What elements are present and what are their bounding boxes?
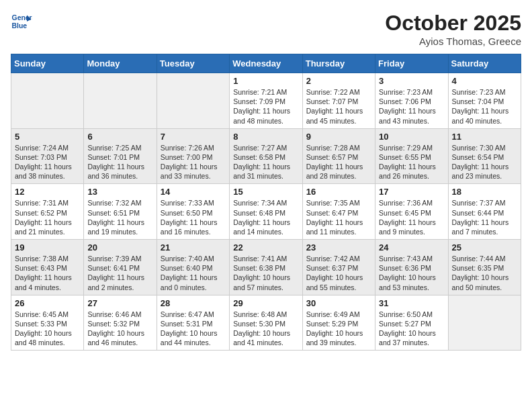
day-cell <box>11 73 84 129</box>
day-info: Sunrise: 7:40 AM Sunset: 6:40 PM Dayligh… <box>161 254 226 292</box>
day-info: Sunrise: 6:50 AM Sunset: 5:27 PM Dayligh… <box>379 310 444 348</box>
day-info: Sunrise: 7:33 AM Sunset: 6:50 PM Dayligh… <box>161 198 226 236</box>
day-number: 16 <box>306 187 371 197</box>
day-cell: 17Sunrise: 7:36 AM Sunset: 6:45 PM Dayli… <box>375 184 448 240</box>
day-info: Sunrise: 6:49 AM Sunset: 5:29 PM Dayligh… <box>306 310 371 348</box>
day-cell: 15Sunrise: 7:34 AM Sunset: 6:48 PM Dayli… <box>230 184 302 240</box>
day-number: 15 <box>233 187 298 197</box>
day-cell: 21Sunrise: 7:40 AM Sunset: 6:40 PM Dayli… <box>157 240 229 295</box>
day-number: 28 <box>161 298 226 308</box>
day-info: Sunrise: 7:28 AM Sunset: 6:57 PM Dayligh… <box>306 143 371 181</box>
day-cell: 13Sunrise: 7:32 AM Sunset: 6:51 PM Dayli… <box>84 184 157 240</box>
day-info: Sunrise: 7:29 AM Sunset: 6:55 PM Dayligh… <box>379 143 444 181</box>
day-info: Sunrise: 7:44 AM Sunset: 6:35 PM Dayligh… <box>452 254 517 292</box>
day-cell: 30Sunrise: 6:49 AM Sunset: 5:29 PM Dayli… <box>302 295 375 351</box>
day-number: 29 <box>233 298 298 308</box>
calendar-table: SundayMondayTuesdayWednesdayThursdayFrid… <box>11 54 521 351</box>
day-cell: 24Sunrise: 7:43 AM Sunset: 6:36 PM Dayli… <box>375 240 448 295</box>
day-info: Sunrise: 7:22 AM Sunset: 7:07 PM Dayligh… <box>306 87 371 126</box>
day-number: 5 <box>15 132 80 142</box>
day-cell <box>84 73 157 129</box>
day-number: 14 <box>161 187 226 197</box>
week-row-4: 19Sunrise: 7:38 AM Sunset: 6:43 PM Dayli… <box>11 240 521 295</box>
day-number: 7 <box>161 132 226 142</box>
day-number: 26 <box>15 298 80 308</box>
day-info: Sunrise: 7:43 AM Sunset: 6:36 PM Dayligh… <box>379 254 444 292</box>
week-row-1: 1Sunrise: 7:21 AM Sunset: 7:09 PM Daylig… <box>11 73 521 129</box>
day-cell <box>157 73 229 129</box>
day-number: 22 <box>233 242 298 253</box>
day-cell: 23Sunrise: 7:42 AM Sunset: 6:37 PM Dayli… <box>302 240 375 295</box>
month-title: October 2025 <box>385 11 521 36</box>
day-info: Sunrise: 7:32 AM Sunset: 6:51 PM Dayligh… <box>87 198 152 236</box>
day-cell: 4Sunrise: 7:23 AM Sunset: 7:04 PM Daylig… <box>448 73 521 129</box>
day-number: 1 <box>233 76 298 86</box>
day-cell: 7Sunrise: 7:26 AM Sunset: 7:00 PM Daylig… <box>157 128 229 184</box>
day-number: 17 <box>379 187 444 197</box>
day-info: Sunrise: 7:41 AM Sunset: 6:38 PM Dayligh… <box>233 254 298 292</box>
day-cell: 6Sunrise: 7:25 AM Sunset: 7:01 PM Daylig… <box>84 128 157 184</box>
day-info: Sunrise: 7:27 AM Sunset: 6:58 PM Dayligh… <box>233 143 298 181</box>
day-cell: 14Sunrise: 7:33 AM Sunset: 6:50 PM Dayli… <box>157 184 229 240</box>
week-row-3: 12Sunrise: 7:31 AM Sunset: 6:52 PM Dayli… <box>11 184 521 240</box>
day-info: Sunrise: 6:48 AM Sunset: 5:30 PM Dayligh… <box>233 310 298 348</box>
day-number: 30 <box>306 298 371 308</box>
day-number: 25 <box>452 242 517 253</box>
day-cell: 25Sunrise: 7:44 AM Sunset: 6:35 PM Dayli… <box>448 240 521 295</box>
day-cell: 28Sunrise: 6:47 AM Sunset: 5:31 PM Dayli… <box>157 295 229 351</box>
day-info: Sunrise: 6:45 AM Sunset: 5:33 PM Dayligh… <box>15 310 80 348</box>
day-cell: 16Sunrise: 7:35 AM Sunset: 6:47 PM Dayli… <box>302 184 375 240</box>
day-info: Sunrise: 6:47 AM Sunset: 5:31 PM Dayligh… <box>161 310 226 348</box>
day-number: 4 <box>452 76 517 86</box>
day-info: Sunrise: 7:23 AM Sunset: 7:04 PM Dayligh… <box>452 87 517 126</box>
day-cell: 27Sunrise: 6:46 AM Sunset: 5:32 PM Dayli… <box>84 295 157 351</box>
day-cell <box>448 295 521 351</box>
day-info: Sunrise: 7:38 AM Sunset: 6:43 PM Dayligh… <box>15 254 80 292</box>
day-cell: 18Sunrise: 7:37 AM Sunset: 6:44 PM Dayli… <box>448 184 521 240</box>
week-row-2: 5Sunrise: 7:24 AM Sunset: 7:03 PM Daylig… <box>11 128 521 184</box>
day-info: Sunrise: 7:31 AM Sunset: 6:52 PM Dayligh… <box>15 198 80 236</box>
svg-text:Blue: Blue <box>12 22 28 30</box>
page-header: General Blue October 2025 Ayios Thomas, … <box>11 11 521 47</box>
day-number: 24 <box>379 242 444 253</box>
title-block: October 2025 Ayios Thomas, Greece <box>385 11 521 47</box>
weekday-header-monday: Monday <box>84 54 157 73</box>
week-row-5: 26Sunrise: 6:45 AM Sunset: 5:33 PM Dayli… <box>11 295 521 351</box>
day-info: Sunrise: 7:25 AM Sunset: 7:01 PM Dayligh… <box>87 143 152 181</box>
logo-icon: General Blue <box>11 11 32 32</box>
weekday-header-wednesday: Wednesday <box>230 54 302 73</box>
day-cell: 11Sunrise: 7:30 AM Sunset: 6:54 PM Dayli… <box>448 128 521 184</box>
weekday-header-tuesday: Tuesday <box>157 54 229 73</box>
day-number: 19 <box>15 242 80 253</box>
day-number: 8 <box>233 132 298 142</box>
weekday-header-thursday: Thursday <box>302 54 375 73</box>
weekday-header-sunday: Sunday <box>11 54 84 73</box>
day-info: Sunrise: 7:35 AM Sunset: 6:47 PM Dayligh… <box>306 198 371 236</box>
day-cell: 1Sunrise: 7:21 AM Sunset: 7:09 PM Daylig… <box>230 73 302 129</box>
day-cell: 31Sunrise: 6:50 AM Sunset: 5:27 PM Dayli… <box>375 295 448 351</box>
day-info: Sunrise: 6:46 AM Sunset: 5:32 PM Dayligh… <box>87 310 152 348</box>
day-cell: 12Sunrise: 7:31 AM Sunset: 6:52 PM Dayli… <box>11 184 84 240</box>
day-number: 31 <box>379 298 444 308</box>
day-info: Sunrise: 7:24 AM Sunset: 7:03 PM Dayligh… <box>15 143 80 181</box>
day-number: 3 <box>379 76 444 86</box>
weekday-header-saturday: Saturday <box>448 54 521 73</box>
day-cell: 26Sunrise: 6:45 AM Sunset: 5:33 PM Dayli… <box>11 295 84 351</box>
day-info: Sunrise: 7:21 AM Sunset: 7:09 PM Dayligh… <box>233 87 298 126</box>
day-number: 21 <box>161 242 226 253</box>
day-cell: 5Sunrise: 7:24 AM Sunset: 7:03 PM Daylig… <box>11 128 84 184</box>
day-number: 20 <box>87 242 152 253</box>
weekday-header-row: SundayMondayTuesdayWednesdayThursdayFrid… <box>11 54 521 73</box>
day-number: 27 <box>87 298 152 308</box>
day-cell: 10Sunrise: 7:29 AM Sunset: 6:55 PM Dayli… <box>375 128 448 184</box>
day-cell: 29Sunrise: 6:48 AM Sunset: 5:30 PM Dayli… <box>230 295 302 351</box>
day-number: 13 <box>87 187 152 197</box>
day-number: 11 <box>452 132 517 142</box>
day-cell: 9Sunrise: 7:28 AM Sunset: 6:57 PM Daylig… <box>302 128 375 184</box>
day-number: 23 <box>306 242 371 253</box>
day-cell: 2Sunrise: 7:22 AM Sunset: 7:07 PM Daylig… <box>302 73 375 129</box>
day-number: 10 <box>379 132 444 142</box>
day-number: 2 <box>306 76 371 86</box>
day-number: 6 <box>87 132 152 142</box>
day-info: Sunrise: 7:34 AM Sunset: 6:48 PM Dayligh… <box>233 198 298 236</box>
